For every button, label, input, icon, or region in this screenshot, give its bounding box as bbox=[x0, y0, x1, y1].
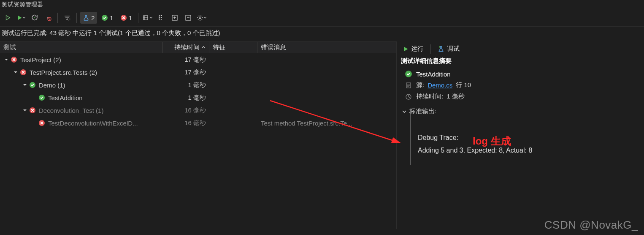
tree-item-name: Deconvolution_Test (1) bbox=[39, 107, 103, 114]
pass-icon bbox=[101, 14, 108, 21]
expander-icon bbox=[31, 120, 37, 126]
toolbar-separator bbox=[138, 13, 138, 23]
play-outline-icon bbox=[5, 15, 11, 21]
detail-toolbar: 运行 调试 bbox=[401, 44, 640, 57]
test-tree[interactable]: TestProject (2)17 毫秒TestProject.src.Test… bbox=[0, 53, 396, 229]
expand-all-button[interactable] bbox=[169, 12, 181, 24]
detail-run-button[interactable]: 运行 bbox=[401, 44, 425, 54]
tree-cell-test: Demo (1) bbox=[0, 81, 163, 89]
main-split: 测试 持续时间 特征 错误消息 TestProject (2)17 毫秒Test… bbox=[0, 41, 644, 229]
flask-icon bbox=[83, 14, 89, 21]
fail-icon bbox=[120, 14, 127, 21]
pass-icon bbox=[404, 70, 413, 78]
detail-duration-label: 持续时间: bbox=[416, 93, 443, 101]
std-output-label: 标准输出: bbox=[409, 107, 436, 115]
repeat-button[interactable] bbox=[29, 12, 41, 24]
detail-run-label: 运行 bbox=[411, 45, 424, 53]
tree-cell-duration: 16 毫秒 bbox=[163, 119, 209, 127]
filter-icon bbox=[64, 14, 70, 21]
main-toolbar: 2 1 1 bbox=[0, 9, 644, 27]
collapse-all-button[interactable] bbox=[182, 12, 194, 24]
filter-passed[interactable]: 1 bbox=[99, 12, 116, 24]
std-output-header[interactable]: 标准输出: bbox=[401, 107, 640, 115]
svg-rect-6 bbox=[161, 17, 162, 18]
detail-test-name-row: TestAddition bbox=[401, 68, 640, 79]
tree-row[interactable]: Demo (1)1 毫秒 bbox=[0, 79, 396, 91]
tree-cell-duration: 17 毫秒 bbox=[163, 68, 209, 77]
detail-source-line: 行 10 bbox=[456, 81, 471, 89]
svg-rect-5 bbox=[161, 15, 162, 16]
toolbar-separator bbox=[76, 13, 77, 23]
expander-icon[interactable] bbox=[22, 107, 28, 113]
tree-row[interactable]: Deconvolution_Test (1)16 毫秒 bbox=[0, 104, 396, 117]
group-by-button[interactable] bbox=[155, 12, 167, 24]
filter-total[interactable]: 2 bbox=[80, 12, 97, 24]
tree-cell-duration: 1 毫秒 bbox=[163, 94, 209, 102]
tree-item-name: Demo (1) bbox=[39, 82, 65, 89]
detail-debug-button[interactable]: 调试 bbox=[436, 44, 461, 54]
pass-icon bbox=[38, 94, 46, 101]
chevron-down-icon bbox=[402, 109, 407, 114]
stop-icon bbox=[45, 14, 51, 21]
detail-pane: 运行 调试 测试详细信息摘要 TestAddition 源: Demo.cs bbox=[397, 41, 644, 229]
tree-item-name: TestDeconvolutionWithExcelD... bbox=[48, 120, 138, 127]
expander-icon[interactable] bbox=[13, 69, 19, 75]
layout-icon bbox=[143, 14, 149, 21]
repeat-icon bbox=[31, 14, 38, 21]
column-test[interactable]: 测试 bbox=[0, 42, 163, 53]
total-count: 2 bbox=[91, 14, 95, 22]
filter-failed[interactable]: 1 bbox=[118, 12, 135, 24]
trace-title: Debug Trace: bbox=[418, 131, 640, 144]
hierarchy-icon bbox=[158, 14, 165, 21]
test-tree-pane: 测试 持续时间 特征 错误消息 TestProject (2)17 毫秒Test… bbox=[0, 41, 397, 229]
trace-output: Debug Trace: Adding 5 and 3. Expected: 8… bbox=[418, 131, 640, 157]
file-icon bbox=[404, 82, 413, 89]
column-traits[interactable]: 特征 bbox=[209, 42, 257, 53]
tree-cell-duration: 16 毫秒 bbox=[163, 107, 209, 115]
svg-rect-4 bbox=[143, 16, 148, 20]
window-title: 测试资源管理器 bbox=[0, 0, 644, 9]
column-error[interactable]: 错误消息 bbox=[257, 42, 396, 53]
svg-point-17 bbox=[439, 46, 441, 47]
tree-row[interactable]: TestAddition1 毫秒 bbox=[0, 91, 396, 104]
detail-separator bbox=[430, 44, 431, 54]
tree-cell-duration: 17 毫秒 bbox=[163, 56, 209, 64]
detail-source-link[interactable]: Demo.cs bbox=[428, 82, 452, 89]
detail-summary-title: 测试详细信息摘要 bbox=[401, 57, 640, 65]
column-duration[interactable]: 持续时间 bbox=[163, 42, 209, 53]
tree-row[interactable]: TestProject (2)17 毫秒 bbox=[0, 53, 396, 66]
svg-point-10 bbox=[199, 17, 201, 19]
expander-icon[interactable] bbox=[22, 82, 28, 88]
stop-button[interactable] bbox=[42, 12, 54, 24]
settings-button[interactable] bbox=[196, 12, 208, 24]
fail-icon bbox=[10, 56, 18, 63]
tree-row[interactable]: TestDeconvolutionWithExcelD...16 毫秒Test … bbox=[0, 117, 396, 129]
tree-cell-error: Test method TestProject.src.Te... bbox=[257, 120, 396, 127]
play-solid-icon bbox=[16, 15, 22, 21]
clock-icon bbox=[404, 93, 413, 100]
tree-row[interactable]: TestProject.src.Tests (2)17 毫秒 bbox=[0, 66, 396, 79]
toolbar-separator bbox=[57, 13, 58, 23]
tree-cell-duration: 1 毫秒 bbox=[163, 81, 209, 89]
tree-cell-test: TestProject.src.Tests (2) bbox=[0, 68, 163, 76]
tree-item-name: TestAddition bbox=[48, 94, 83, 101]
watermark: CSDN @NovakG_ bbox=[544, 219, 638, 232]
detail-test-name: TestAddition bbox=[416, 71, 451, 78]
run-button[interactable] bbox=[15, 12, 27, 24]
fail-icon bbox=[19, 68, 27, 76]
status-summary: 测试运行已完成: 43 毫秒 中运行 1 个测试(1 个已通过，0 个失败，0 … bbox=[0, 27, 644, 41]
playlist-button[interactable] bbox=[61, 12, 73, 24]
detail-duration-value: 1 毫秒 bbox=[446, 93, 465, 101]
tree-item-name: TestProject.src.Tests (2) bbox=[30, 69, 97, 76]
pass-icon bbox=[29, 81, 36, 89]
detail-source-label: 源: bbox=[416, 81, 424, 89]
column-duration-label: 持续时间 bbox=[174, 44, 200, 52]
expander-icon[interactable] bbox=[3, 57, 9, 63]
fail-icon bbox=[38, 119, 46, 127]
expander-icon bbox=[31, 95, 37, 101]
expand-icon bbox=[171, 14, 178, 21]
show-test-button[interactable] bbox=[142, 12, 154, 24]
play-solid-icon bbox=[403, 46, 409, 52]
run-all-button[interactable] bbox=[2, 12, 14, 24]
tree-item-name: TestProject (2) bbox=[20, 56, 61, 63]
